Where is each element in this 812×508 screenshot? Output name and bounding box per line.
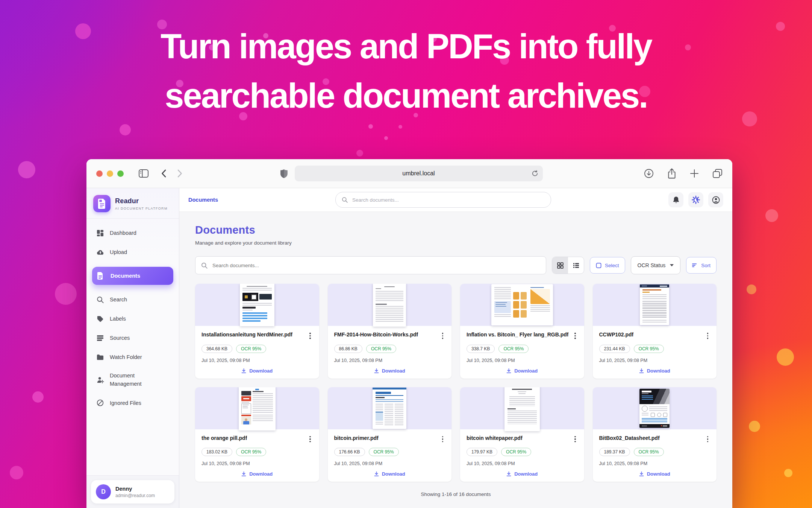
app-header: Documents (179, 188, 732, 212)
download-label: Download (514, 368, 538, 374)
file-size-badge: 176.66 KB (334, 448, 365, 456)
privacy-shield-icon[interactable] (280, 169, 288, 178)
download-link[interactable]: Download (599, 471, 710, 477)
select-button[interactable]: Select (590, 257, 625, 274)
grid-view-button[interactable] (552, 257, 568, 274)
document-card[interactable]: the orange pill.pdf 183.02 KB OCR 95% Ju… (195, 387, 319, 482)
share-icon[interactable] (667, 168, 676, 179)
document-card[interactable]: Inflation vs. Bitcoin_ Flyer lang_RGB.pd… (460, 284, 584, 379)
account-button[interactable] (708, 192, 723, 207)
file-size-badge: 338.7 KB (467, 345, 495, 353)
sidebar-item-dashboard[interactable]: Dashboard (92, 228, 173, 237)
documents-search-input[interactable] (212, 262, 540, 269)
download-label: Download (647, 368, 670, 374)
card-menu-button[interactable] (705, 435, 710, 444)
sidebar-item-documents[interactable]: Documents (92, 267, 173, 285)
document-date: Jul 10, 2025, 09:08 PM (467, 358, 578, 363)
notifications-button[interactable] (668, 192, 683, 207)
download-link[interactable]: Download (599, 368, 710, 374)
file-size-badge: 189.37 KB (599, 448, 630, 456)
download-link[interactable]: Download (334, 471, 445, 477)
sort-label: Sort (701, 263, 710, 268)
zoom-window-button[interactable] (117, 170, 124, 177)
download-link[interactable]: Download (334, 368, 445, 374)
upload-cloud-icon (97, 249, 104, 255)
theme-toggle-button[interactable] (688, 192, 703, 207)
ocr-badge: OCR 95% (501, 448, 531, 456)
download-label: Download (514, 471, 538, 477)
user-gear-icon (97, 376, 104, 383)
download-link[interactable]: Download (467, 368, 578, 374)
download-link[interactable]: Download (201, 471, 313, 477)
header-search-input[interactable] (351, 197, 545, 203)
download-link[interactable]: Download (467, 471, 578, 477)
document-title: BitBox02_Datasheet.pdf (599, 435, 660, 441)
ocr-badge: OCR 95% (366, 345, 396, 353)
download-label: Download (249, 368, 273, 374)
sidebar-item-sources[interactable]: Sources (92, 333, 173, 342)
document-card[interactable]: bitcoin whitepaper.pdf 179.97 KB OCR 95%… (460, 387, 584, 482)
hero-line-1: Turn images and PDFs into fully (0, 22, 812, 71)
ban-icon (97, 399, 104, 406)
forward-icon[interactable] (177, 169, 182, 178)
ocr-status-dropdown[interactable]: OCR Status (631, 256, 681, 274)
downloads-icon[interactable] (644, 169, 654, 178)
document-card[interactable]: BitBox02_Datasheet.pdf 189.37 KB OCR 95%… (593, 387, 717, 482)
bell-icon (673, 196, 680, 204)
sidebar-item-label: Sources (110, 335, 130, 341)
document-thumbnail (195, 387, 319, 429)
document-card[interactable]: Installationsanleitung NerdMiner.pdf 364… (195, 284, 319, 379)
card-menu-button[interactable] (440, 332, 445, 340)
new-tab-icon[interactable] (690, 169, 699, 178)
avatar: D (96, 484, 111, 499)
hero-headline: Turn images and PDFs into fully searchab… (0, 22, 812, 120)
sort-button[interactable]: Sort (686, 257, 717, 274)
card-menu-button[interactable] (573, 435, 578, 444)
sidebar-toggle-icon[interactable] (139, 169, 148, 178)
card-menu-button[interactable] (308, 435, 313, 444)
minimize-window-button[interactable] (107, 170, 113, 177)
search-icon (97, 296, 104, 303)
download-link[interactable]: Download (201, 368, 313, 374)
tag-icon (97, 315, 104, 322)
traffic-lights[interactable] (96, 170, 124, 177)
list-view-button[interactable] (568, 257, 584, 274)
card-menu-button[interactable] (705, 332, 710, 340)
sidebar-item-labels[interactable]: Labels (92, 314, 173, 323)
user-card[interactable]: D Denny admin@readur.com (91, 480, 174, 503)
close-window-button[interactable] (96, 170, 103, 177)
sidebar-item-search[interactable]: Search (92, 295, 173, 304)
tab-overview-icon[interactable] (712, 169, 723, 178)
documents-grid: Installationsanleitung NerdMiner.pdf 364… (195, 284, 717, 482)
user-name: Denny (115, 486, 155, 492)
sidebar-item-label: Watch Folder (110, 354, 142, 360)
document-card[interactable]: FMF-2014-How-Bitcoin-Works.pdf 86.86 KB … (328, 284, 452, 379)
address-bar[interactable]: umbrel.local (295, 166, 543, 181)
sidebar-item-label: Ignored Files (110, 400, 141, 406)
sidebar-item-upload[interactable]: Upload (92, 248, 173, 257)
breadcrumb[interactable]: Documents (188, 197, 218, 203)
browser-window: umbrel.local (86, 159, 732, 508)
file-size-badge: 231.44 KB (599, 345, 630, 353)
sidebar: Readur AI DOCUMENT PLATFORM Dashboard Up… (86, 188, 179, 508)
document-date: Jul 10, 2025, 09:08 PM (599, 461, 710, 466)
back-icon[interactable] (161, 169, 166, 178)
card-menu-button[interactable] (573, 332, 578, 340)
sidebar-item-watch-folder[interactable]: Watch Folder (92, 353, 173, 362)
card-menu-button[interactable] (440, 435, 445, 444)
download-label: Download (382, 368, 405, 374)
refresh-icon[interactable] (532, 166, 538, 181)
marketing-canvas: Turn images and PDFs into fully searchab… (0, 0, 812, 508)
header-search[interactable] (335, 192, 551, 208)
documents-search[interactable] (195, 256, 546, 274)
sidebar-item-document-management[interactable]: Document Management (92, 372, 173, 388)
document-thumbnail (328, 387, 452, 429)
document-card[interactable]: bitcoin.primer.pdf 176.66 KB OCR 95% Jul… (328, 387, 452, 482)
document-card[interactable]: CCWP102.pdf 231.44 KB OCR 95% Jul 10, 20… (593, 284, 717, 379)
ocr-badge: OCR 95% (236, 448, 266, 456)
documents-page: Documents Manage and explore your docume… (179, 212, 732, 508)
card-menu-button[interactable] (308, 332, 313, 340)
download-label: Download (382, 471, 405, 477)
grid-view-icon (557, 262, 564, 269)
sidebar-item-ignored-files[interactable]: Ignored Files (92, 398, 173, 408)
